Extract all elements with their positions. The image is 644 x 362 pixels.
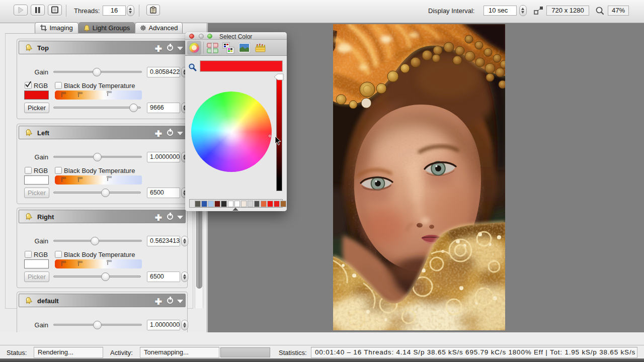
svg-text:1500: 1500 xyxy=(61,177,66,179)
svg-text:3000: 3000 xyxy=(77,92,83,95)
svg-text:6500: 6500 xyxy=(107,91,112,94)
svg-text:3000: 3000 xyxy=(77,261,83,263)
svg-text:6500: 6500 xyxy=(107,176,112,178)
svg-text:6500: 6500 xyxy=(107,260,112,262)
svg-text:3000: 3000 xyxy=(77,177,83,179)
svg-text:1500: 1500 xyxy=(61,261,66,263)
svg-text:1500: 1500 xyxy=(61,92,66,95)
